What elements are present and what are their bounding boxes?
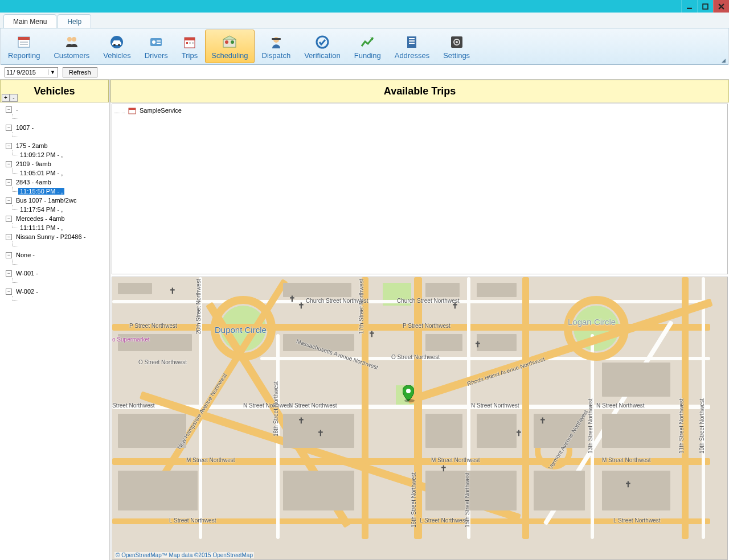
tree-child[interactable] [0, 296, 109, 305]
tree-child[interactable] [0, 114, 109, 123]
svg-rect-26 [272, 38, 281, 40]
poi-icon: ✝ [440, 465, 447, 472]
tree-child[interactable]: 11:15:50 PM - , [0, 187, 109, 196]
ribbon-verification[interactable]: Verification [298, 30, 347, 63]
svg-rect-37 [129, 108, 136, 110]
available-trips-area[interactable]: SampleService [112, 104, 728, 274]
tree-child[interactable] [0, 241, 109, 250]
tree-parent[interactable]: −Nissan Sunny - P20486 - [0, 232, 109, 241]
poi-icon: ✝ [515, 430, 522, 437]
expand-all-button[interactable]: + [2, 94, 10, 102]
ribbon-scheduling[interactable]: Scheduling [205, 30, 254, 63]
map-label: M Street Northwest [186, 457, 235, 463]
tree-toggle[interactable]: − [6, 252, 12, 258]
ribbon-funding[interactable]: Funding [348, 30, 387, 63]
map-label-logan: Logan Circle [568, 317, 616, 327]
tree-child[interactable] [0, 278, 109, 287]
svg-rect-1 [703, 4, 708, 9]
svg-point-12 [118, 44, 120, 46]
map-label: 13th Street Northwest [587, 398, 593, 454]
ribbon-dispatch[interactable]: Dispatch [256, 30, 297, 63]
refresh-button[interactable]: Refresh [63, 67, 97, 77]
tree-child[interactable]: 11:09:12 PM - , [0, 150, 109, 159]
tree-toggle[interactable]: − [6, 179, 12, 186]
map-view[interactable]: Dupont Circle Logan Circle P Street Nort… [112, 277, 728, 560]
map-building [425, 283, 460, 297]
ribbon-customers[interactable]: Customers [47, 30, 96, 63]
tree-child[interactable]: 11:11:11 PM - , [0, 223, 109, 232]
svg-point-35 [456, 41, 458, 43]
tree-parent[interactable]: −None - [0, 250, 109, 260]
tree-label: Mercedes - 4amb [14, 215, 67, 222]
map-building [602, 471, 670, 510]
poi-icon: ✝ [298, 302, 305, 309]
tree-parent[interactable]: −2843 - 4amb [0, 178, 109, 187]
ribbon-addresses[interactable]: Addresses [388, 30, 436, 63]
ribbon-drivers[interactable]: Drivers [138, 30, 174, 63]
tree-toggle[interactable]: − [6, 270, 12, 277]
poi-icon: ✝ [452, 302, 458, 309]
addresses-icon [404, 34, 420, 50]
tree-child[interactable] [0, 132, 109, 141]
tree-toggle[interactable]: − [6, 161, 12, 167]
map-building [118, 283, 152, 294]
tree-parent[interactable]: −2109 - 9amb [0, 159, 109, 168]
tree-toggle[interactable]: − [6, 106, 12, 113]
ribbon-reporting[interactable]: Reporting [2, 30, 46, 63]
ribbon-trips[interactable]: Trips [175, 30, 204, 63]
available-trips-title: Available Trips [384, 85, 456, 97]
tree-toggle[interactable]: − [6, 197, 12, 204]
tree-toggle[interactable]: − [6, 216, 12, 222]
tree-connector [9, 150, 18, 159]
tree-connector [9, 187, 18, 196]
trip-node[interactable]: SampleService [114, 106, 725, 114]
vehicles-tree[interactable]: − - −1007 -−175 - 2amb11:09:12 PM - ,−21… [0, 102, 109, 560]
tree-connector [9, 296, 18, 305]
collapse-all-button[interactable]: - [10, 94, 18, 102]
maximize-icon [702, 3, 708, 10]
close-button[interactable] [713, 0, 729, 13]
ribbon-vehicles[interactable]: Vehicles [97, 30, 137, 63]
svg-point-23 [225, 40, 228, 44]
tree-toggle[interactable]: − [6, 234, 12, 240]
minimize-button[interactable] [681, 0, 697, 13]
ribbon-expand-icon[interactable]: ◢ [722, 57, 726, 63]
vehicles-header: + - Vehicles [0, 80, 109, 102]
tree-child[interactable]: 11:05:01 PM - , [0, 168, 109, 178]
tree-parent[interactable]: −Mercedes - 4amb [0, 214, 109, 223]
svg-rect-20 [189, 42, 191, 44]
tree-parent[interactable]: − - [0, 105, 109, 114]
tree-label: Bus 1007 - 1amb/2wc [14, 197, 78, 204]
tree-parent[interactable]: −1007 - [0, 123, 109, 132]
svg-rect-18 [185, 38, 195, 40]
map-building [477, 414, 517, 448]
poi-icon: ✝ [289, 295, 296, 302]
tree-child[interactable]: 11:17:54 PM - , [0, 205, 109, 214]
tree-parent[interactable]: −W-001 - [0, 269, 109, 278]
tree-toggle[interactable]: − [6, 143, 12, 149]
tree-toggle[interactable]: − [6, 125, 12, 131]
tree-child-label: 11:15:50 PM - , [18, 188, 64, 195]
datebar: 11/ 9/2015 ▼ Refresh [0, 65, 729, 80]
map-label-dupont: Dupont Circle [215, 325, 267, 335]
tab-main-menu[interactable]: Main Menu [3, 14, 56, 28]
ribbon-settings[interactable]: Settings [437, 30, 476, 63]
tree-toggle[interactable]: − [6, 289, 12, 295]
tree-connector [9, 168, 18, 178]
tree-child-label: 11:09:12 PM - , [18, 151, 64, 158]
map-label: P Street Northwest [129, 323, 177, 329]
maximize-button[interactable] [697, 0, 713, 13]
svg-rect-30 [409, 38, 415, 39]
reporting-icon [16, 34, 32, 50]
tab-help[interactable]: Help [58, 14, 91, 28]
verification-icon [314, 34, 330, 50]
ribbon-label: Addresses [395, 51, 429, 60]
tree-parent[interactable]: −W-002 - [0, 287, 109, 296]
tree-child[interactable] [0, 260, 109, 269]
ribbon-label: Scheduling [211, 51, 248, 60]
tree-label: W-001 - [14, 270, 40, 277]
svg-point-14 [152, 40, 155, 44]
date-picker[interactable]: 11/ 9/2015 ▼ [5, 67, 58, 77]
tree-parent[interactable]: −Bus 1007 - 1amb/2wc [0, 196, 109, 205]
tree-parent[interactable]: −175 - 2amb [0, 141, 109, 150]
